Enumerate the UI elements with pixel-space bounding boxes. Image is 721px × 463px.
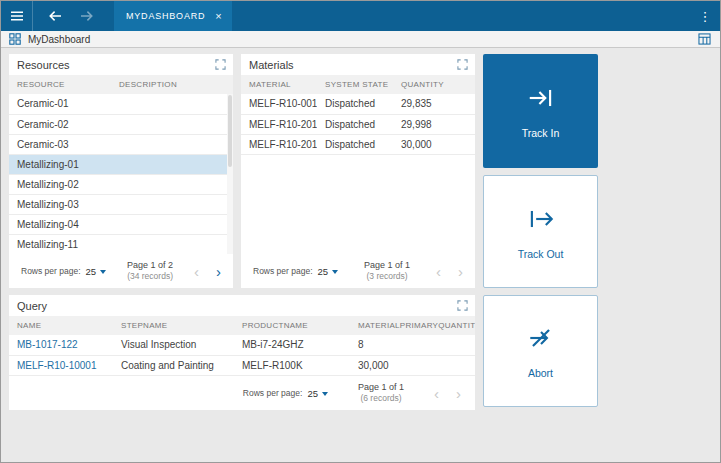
tab-mydashboard[interactable]: MYDASHBOARD ×	[114, 1, 232, 31]
column-header[interactable]: DESCRIPTION	[111, 75, 233, 94]
resources-table: RESOURCEDESCRIPTION Ceramic-01Ceramic-02…	[9, 75, 233, 254]
expand-icon[interactable]	[457, 300, 468, 311]
table-row[interactable]: Metallizing-11	[9, 234, 233, 254]
table-cell	[111, 234, 233, 254]
table-cell: Dispatched	[317, 134, 393, 154]
table-header-row: NAMESTEPNAMEPRODUCTNAMEMATERIALPRIMARYQU…	[9, 316, 475, 335]
rows-per-page-select[interactable]: 25	[318, 266, 339, 277]
column-header[interactable]: SYSTEM STATE	[317, 75, 393, 94]
materials-table: MATERIALSYSTEM STATEQUANTITY MELF-R10-00…	[241, 75, 475, 155]
table-header-row: RESOURCEDESCRIPTION	[9, 75, 233, 94]
table-cell: 29,998	[393, 114, 475, 134]
column-header[interactable]: MATERIALPRIMARYQUANTITY	[350, 316, 475, 335]
table-row[interactable]: MB-1017-122Visual InspectionMB-i7-24GHZ8	[9, 335, 475, 355]
table-row[interactable]: Ceramic-02	[9, 114, 233, 134]
track-in-button[interactable]: Track In	[483, 54, 598, 168]
page-title: MyDashboard	[28, 34, 90, 45]
expand-icon[interactable]	[457, 59, 468, 70]
table-cell: Metallizing-04	[9, 214, 111, 234]
prev-page-button[interactable]: ‹	[194, 264, 199, 279]
panel-title: Query	[17, 300, 47, 312]
menu-button[interactable]	[1, 1, 32, 31]
table-area: MATERIALSYSTEM STATEQUANTITY MELF-R10-00…	[241, 75, 475, 254]
table-cell: MELF-R100K	[234, 355, 350, 375]
table-row[interactable]: MELF-R10-2016Dispatched29,998	[241, 114, 475, 134]
table-cell: 30,000	[393, 134, 475, 154]
table-row[interactable]: Metallizing-01	[9, 154, 233, 174]
chevron-down-icon	[332, 270, 338, 274]
query-pagination: Rows per page: 25 Page 1 of 1 (6 records…	[9, 376, 475, 410]
rows-per-page-select[interactable]: 25	[86, 266, 107, 277]
table-cell: MELF-R10-10001	[9, 355, 113, 375]
table-cell: Metallizing-03	[9, 194, 111, 214]
abort-label: Abort	[528, 367, 553, 379]
next-page-button[interactable]: ›	[456, 386, 461, 401]
forward-button[interactable]	[73, 1, 101, 31]
track-out-icon	[526, 204, 556, 234]
prev-page-button[interactable]: ‹	[436, 264, 441, 279]
record-link[interactable]: MELF-R10-10001	[17, 360, 96, 371]
rows-per-page-select[interactable]: 25	[307, 388, 328, 399]
column-header[interactable]: RESOURCE	[9, 75, 111, 94]
table-cell: Ceramic-02	[9, 114, 111, 134]
column-header[interactable]: MATERIAL	[241, 75, 317, 94]
table-row[interactable]: MELF-R10-2013Dispatched30,000	[241, 134, 475, 154]
chevron-down-icon	[322, 392, 328, 396]
rows-per-page-label: Rows per page:	[21, 266, 81, 276]
track-out-label: Track Out	[518, 248, 564, 260]
table-area: NAMESTEPNAMEPRODUCTNAMEMATERIALPRIMARYQU…	[9, 316, 475, 376]
record-link[interactable]: MB-1017-122	[17, 339, 78, 350]
arrow-right-icon	[79, 8, 95, 24]
rows-per-page-value: 25	[307, 388, 318, 399]
table-cell: Visual Inspection	[113, 335, 234, 355]
grid-view-icon[interactable]	[698, 33, 711, 45]
table-cell	[111, 114, 233, 134]
resources-pagination: Rows per page: 25 Page 1 of 2 (34 record…	[9, 254, 233, 288]
table-row[interactable]: MELF-R10-0012Dispatched29,835	[241, 94, 475, 114]
page-text: Page 1 of 1	[364, 260, 410, 272]
table-cell: Metallizing-01	[9, 154, 111, 174]
rows-per-page: Rows per page: 25	[21, 266, 106, 277]
more-options-button[interactable]: ⋮	[690, 9, 720, 24]
column-header[interactable]: QUANTITY	[393, 75, 475, 94]
table-row[interactable]: Ceramic-01	[9, 94, 233, 114]
table-cell	[111, 194, 233, 214]
abort-button[interactable]: Abort	[483, 295, 598, 407]
table-cell: Dispatched	[317, 94, 393, 114]
table-cell: MELF-R10-2013	[241, 134, 317, 154]
track-out-button[interactable]: Track Out	[483, 175, 598, 288]
records-text: (3 records)	[364, 271, 410, 282]
table-row[interactable]: Metallizing-04	[9, 214, 233, 234]
page-info: Page 1 of 1 (6 records)	[358, 382, 404, 405]
column-header[interactable]: PRODUCTNAME	[234, 316, 350, 335]
column-header[interactable]: NAME	[9, 316, 113, 335]
column-header[interactable]: STEPNAME	[113, 316, 234, 335]
panel-header: Query	[9, 295, 475, 316]
table-row[interactable]: Metallizing-03	[9, 194, 233, 214]
next-page-button[interactable]: ›	[216, 264, 221, 279]
abort-icon	[526, 323, 556, 353]
query-panel: Query NAMESTEPNAMEPRODUCTNAMEMATERIALPRI…	[9, 295, 475, 410]
panel-title: Resources	[17, 59, 70, 71]
close-icon[interactable]: ×	[215, 11, 221, 22]
topbar: MYDASHBOARD × ⋮	[1, 1, 720, 31]
rows-per-page-label: Rows per page:	[253, 266, 313, 276]
page-info: Page 1 of 2 (34 records)	[127, 260, 173, 283]
expand-icon[interactable]	[215, 59, 226, 70]
rows-per-page: Rows per page: 25	[243, 388, 328, 399]
query-table: NAMESTEPNAMEPRODUCTNAMEMATERIALPRIMARYQU…	[9, 316, 475, 376]
table-cell	[111, 94, 233, 114]
prev-page-button[interactable]: ‹	[434, 386, 439, 401]
page-text: Page 1 of 1	[358, 382, 404, 394]
next-page-button[interactable]: ›	[458, 264, 463, 279]
table-cell	[111, 154, 233, 174]
back-button[interactable]	[41, 1, 69, 31]
table-cell	[111, 174, 233, 194]
scrollbar-thumb[interactable]	[228, 95, 232, 167]
table-row[interactable]: MELF-R10-10001Coating and PaintingMELF-R…	[9, 355, 475, 375]
scrollbar[interactable]	[227, 94, 233, 254]
arrow-left-icon	[47, 8, 63, 24]
table-row[interactable]: Ceramic-03	[9, 134, 233, 154]
records-text: (6 records)	[358, 393, 404, 404]
table-row[interactable]: Metallizing-02	[9, 174, 233, 194]
